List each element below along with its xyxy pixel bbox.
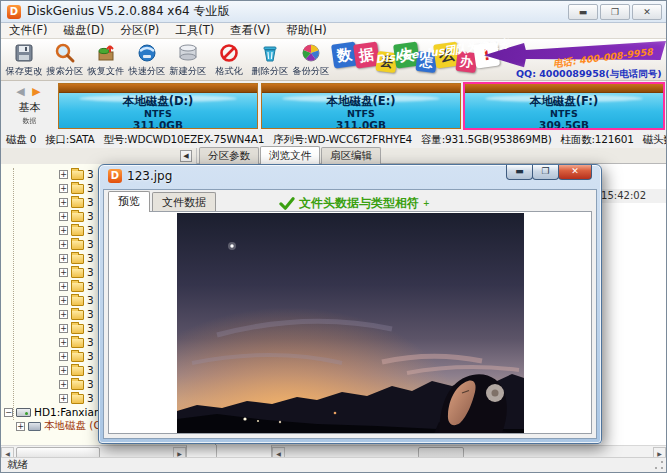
folder-name-fragment: 3 <box>87 308 94 320</box>
dialog-maximize-button[interactable]: ❐ <box>532 165 559 180</box>
partition-name: 本地磁盘(E:) <box>262 94 460 109</box>
folder-icon <box>71 254 84 264</box>
expand-icon[interactable]: + <box>59 198 68 207</box>
folder-icon <box>71 296 84 306</box>
expand-icon[interactable]: + <box>59 296 68 305</box>
disk-info-bar: 磁盘 0 接口:SATA 型号:WDCWD10EZEX-75WN4A1 序列号:… <box>1 131 666 148</box>
expand-icon[interactable]: + <box>59 226 68 235</box>
menu-view[interactable]: 查看(V) <box>222 22 278 39</box>
search-partition-button[interactable]: 搜索分区 <box>44 39 85 81</box>
folder-icon <box>71 366 84 376</box>
format-button[interactable]: 格式化 <box>208 39 249 81</box>
expand-icon[interactable]: + <box>59 338 68 347</box>
folder-name-fragment: 3 <box>87 210 94 222</box>
partition-size: 311.0GB <box>262 119 460 129</box>
diskgenius-window: D DiskGenius V5.2.0.884 x64 专业版 ▬ ❐ ✕ 文件… <box>0 0 667 473</box>
expand-icon[interactable]: + <box>59 366 68 375</box>
disk-number: 磁盘 0 <box>6 133 36 147</box>
partition-filesystem: NTFS <box>59 109 257 119</box>
expand-icon[interactable]: + <box>59 324 68 333</box>
backup-partition-button[interactable]: 备份分区 <box>290 39 331 81</box>
save-changes-button[interactable]: 保存更改 <box>3 39 44 81</box>
folder-name-fragment: 3 <box>87 294 94 306</box>
expand-icon[interactable]: + <box>59 240 68 249</box>
partition-block-d[interactable]: 本地磁盘(D:) NTFS 311.0GB <box>58 83 258 129</box>
status-mark: + <box>423 199 430 208</box>
disk-graph-panel: ◀ ▶ 基本 数据 本地磁盘(D:) NTFS 311.0GB 本地磁盘(E:)… <box>1 81 666 131</box>
promo-banner[interactable]: 数 据 丢 失 怎 么 办 ! DiskGenius团队为您服务 电话: 400… <box>331 39 667 81</box>
folder-icon <box>71 394 84 404</box>
folder-name-fragment: 3 <box>87 168 94 180</box>
menu-help[interactable]: 帮助(H) <box>278 22 335 39</box>
dialog-tab-filedata[interactable]: 文件数据 <box>152 192 216 212</box>
expand-icon[interactable]: + <box>59 352 68 361</box>
expand-icon[interactable]: + <box>59 282 68 291</box>
trash-icon <box>259 42 281 64</box>
collapse-icon[interactable]: − <box>4 408 13 417</box>
disk-cylinders: 柱面数:121601 <box>561 133 634 147</box>
partition-block-f[interactable]: 本地磁盘(F:) NTFS 309.5GB <box>464 83 664 129</box>
next-disk-arrow[interactable]: ▶ <box>32 85 42 98</box>
status-ready-text: 就绪 <box>7 458 28 472</box>
folder-name-fragment: 3 <box>87 238 94 250</box>
expand-icon[interactable]: + <box>59 212 68 221</box>
folder-name-fragment: 3 <box>87 364 94 376</box>
dialog-title-bar[interactable]: D 123.jpg <box>108 169 172 183</box>
folder-name-fragment: 3 <box>87 224 94 236</box>
title-bar[interactable]: D DiskGenius V5.2.0.884 x64 专业版 ▬ ❐ ✕ <box>1 1 666 23</box>
tab-sector-edit[interactable]: 扇区编辑 <box>321 147 381 164</box>
folder-icon <box>71 324 84 334</box>
format-icon <box>218 42 240 64</box>
quick-partition-button[interactable]: 快速分区 <box>126 39 167 81</box>
dialog-title: 123.jpg <box>127 169 172 183</box>
window-title: DiskGenius V5.2.0.884 x64 专业版 <box>27 3 230 20</box>
expand-icon[interactable]: + <box>59 380 68 389</box>
dialog-minimize-button[interactable]: ▬ <box>506 165 533 180</box>
expand-icon[interactable]: + <box>59 268 68 277</box>
folder-icon <box>71 380 84 390</box>
folder-name-fragment: 3 <box>87 266 94 278</box>
partition-name: 本地磁盘(D:) <box>59 94 257 109</box>
maximize-button[interactable]: ❐ <box>600 4 630 20</box>
partition-size: 311.0GB <box>59 119 257 129</box>
recover-files-button[interactable]: 恢复文件 <box>85 39 126 81</box>
pie-chart-icon <box>300 42 322 64</box>
partition-filesystem: NTFS <box>465 109 663 119</box>
partition-map: 本地磁盘(D:) NTFS 311.0GB 本地磁盘(E:) NTFS 311.… <box>58 83 664 129</box>
preview-dialog[interactable]: D 123.jpg ▬ ❐ ✕ 预览 文件数据 文件头数据与类型相符 + <box>98 164 602 444</box>
folder-name-fragment: 3 <box>87 336 94 348</box>
disk-model: 型号:WDCWD10EZEX-75WN4A1 <box>103 133 264 147</box>
dialog-close-button[interactable]: ✕ <box>558 165 592 180</box>
folder-name-fragment: 3 <box>87 350 94 362</box>
expand-icon[interactable]: + <box>59 394 68 403</box>
folder-icon <box>71 184 84 194</box>
file-header-status: 文件头数据与类型相符 + <box>279 195 430 212</box>
expand-icon[interactable]: + <box>59 184 68 193</box>
expand-icon[interactable]: + <box>59 170 68 179</box>
dialog-tab-preview[interactable]: 预览 <box>108 191 150 212</box>
floppy-icon <box>13 42 35 64</box>
prev-disk-arrow[interactable]: ◀ <box>16 85 26 98</box>
partition-filesystem: NTFS <box>262 109 460 119</box>
delete-partition-button[interactable]: 删除分区 <box>249 39 290 81</box>
menu-disk[interactable]: 磁盘(D) <box>56 22 113 39</box>
collapse-pane-button[interactable]: ◀ <box>180 150 192 162</box>
new-partition-button[interactable]: 新建分区 <box>167 39 208 81</box>
disk-node-label: HD1:Fanxiang <box>34 406 107 418</box>
folder-name-fragment: 3 <box>87 378 94 390</box>
tab-browse-files[interactable]: 浏览文件 <box>260 146 320 164</box>
expand-icon[interactable]: + <box>59 310 68 319</box>
status-text: 文件头数据与类型相符 <box>299 195 419 212</box>
partition-header-band <box>59 84 257 93</box>
menu-partition[interactable]: 分区(P) <box>112 22 167 39</box>
tab-partition-params[interactable]: 分区参数 <box>199 147 259 164</box>
menu-tools[interactable]: 工具(T) <box>167 22 222 39</box>
expand-icon[interactable]: + <box>59 254 68 263</box>
minimize-button[interactable]: ▬ <box>568 4 598 20</box>
menu-file[interactable]: 文件(F) <box>1 22 56 39</box>
close-button[interactable]: ✕ <box>632 4 662 20</box>
app-logo-icon: D <box>108 169 122 183</box>
partition-block-e[interactable]: 本地磁盘(E:) NTFS 311.0GB <box>261 83 461 129</box>
expand-icon[interactable]: + <box>16 422 25 431</box>
resize-grip[interactable] <box>654 460 664 470</box>
